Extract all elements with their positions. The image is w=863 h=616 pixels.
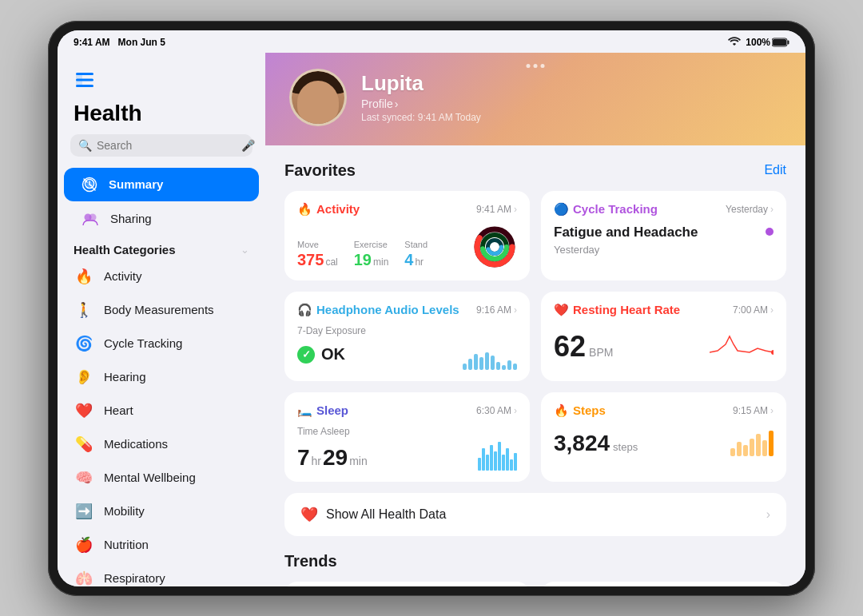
respiratory-label: Respiratory xyxy=(104,571,165,585)
stand-value: 4 xyxy=(404,251,413,269)
mic-icon[interactable]: 🎤 xyxy=(241,139,255,152)
ipad-screen: 9:41 AM Mon Jun 5 100% xyxy=(58,30,805,586)
activity-ring xyxy=(472,225,517,269)
steps-bar-1 xyxy=(730,448,735,456)
cycle-chevron: › xyxy=(770,204,774,215)
battery-percent: 100% xyxy=(746,37,770,48)
sidebar-item-activity[interactable]: 🔥 Activity xyxy=(58,260,265,293)
heart-rate-icon: ❤️ xyxy=(554,303,569,317)
cycle-tracking-card[interactable]: 🔵 Cycle Tracking Yesterday › xyxy=(541,191,786,280)
sidebar-item-medications[interactable]: 💊 Medications xyxy=(58,427,265,461)
cycle-symptom: Fatigue and Headache xyxy=(554,225,698,240)
sidebar-item-respiratory[interactable]: 🫁 Respiratory xyxy=(58,562,265,586)
steps-bar-4 xyxy=(750,439,754,456)
exercise-minutes-trend[interactable]: 🔥 Exercise Minutes › xyxy=(284,582,530,586)
sidebar-item-summary[interactable]: Summary xyxy=(64,168,259,201)
steps-card[interactable]: 🔥 Steps 9:15 AM › 3,824 xyxy=(541,392,786,482)
stand-unit: hr xyxy=(415,256,424,268)
stand-label: Stand xyxy=(404,240,428,249)
walking-heart-rate-trend[interactable]: ❤️ Walking Heart Rate Average › xyxy=(541,582,786,586)
sleep-bar-2 xyxy=(482,448,485,471)
categories-header: Health Categories ⌄ xyxy=(58,236,265,260)
search-input[interactable] xyxy=(97,139,237,152)
sidebar-item-mental-wellbeing[interactable]: 🧠 Mental Wellbeing xyxy=(58,461,265,495)
trends-title: Trends xyxy=(284,552,337,570)
sharing-label: Sharing xyxy=(110,212,152,225)
sleep-card-header: 🛏️ Sleep 6:30 AM › xyxy=(297,403,517,418)
resting-heart-rate-card[interactable]: ❤️ Resting Heart Rate 7:00 AM › xyxy=(541,292,786,381)
activity-card-icon: 🔥 xyxy=(297,202,312,217)
audio-bar-6 xyxy=(491,356,495,370)
activity-card-time: 9:41 AM › xyxy=(476,204,517,215)
main-content: Lupita Profile › Last synced: 9:41 AM To… xyxy=(265,53,805,586)
audio-bar-8 xyxy=(502,365,506,370)
respiratory-icon: 🫁 xyxy=(74,568,94,586)
exercise-label: Exercise xyxy=(354,240,389,249)
mobility-icon: ➡️ xyxy=(74,501,94,522)
bpm-display: 62 BPM xyxy=(554,330,613,364)
activity-card-header: 🔥 Activity 9:41 AM › xyxy=(297,202,517,217)
sidebar-item-sharing[interactable]: Sharing xyxy=(64,201,259,236)
sidebar-item-hearing[interactable]: 👂 Hearing xyxy=(58,360,265,394)
activity-stats: Move 375 cal Exercise xyxy=(297,225,517,269)
sidebar-item-mobility[interactable]: ➡️ Mobility xyxy=(58,495,265,528)
cycle-tracking-icon: 🌀 xyxy=(74,333,94,354)
heart-rate-card-title: ❤️ Resting Heart Rate xyxy=(554,303,680,317)
sidebar-item-heart[interactable]: ❤️ Heart xyxy=(58,394,265,427)
sleep-card-time: 6:30 AM › xyxy=(476,405,517,416)
audio-bars xyxy=(463,341,517,370)
show-all-button[interactable]: ❤️ Show All Health Data › xyxy=(284,493,786,536)
audio-card-header: 🎧 Headphone Audio Levels 9:16 AM › xyxy=(297,303,517,317)
edit-button[interactable]: Edit xyxy=(764,163,786,177)
sleep-bar-3 xyxy=(486,455,489,471)
sleep-bars xyxy=(478,442,517,471)
sidebar-item-cycle-tracking[interactable]: 🌀 Cycle Tracking xyxy=(58,327,265,360)
stat-group: Move 375 cal Exercise xyxy=(297,240,428,269)
sleep-label-text: Time Asleep xyxy=(297,426,517,437)
profile-sync: Last synced: 9:41 AM Today xyxy=(361,112,781,123)
bpm-value: 62 xyxy=(554,330,586,364)
steps-bar-2 xyxy=(737,442,742,456)
heart-label: Heart xyxy=(104,403,133,417)
steps-bar-6 xyxy=(762,440,767,456)
activity-card[interactable]: 🔥 Activity 9:41 AM › xyxy=(284,191,530,280)
summary-label: Summary xyxy=(109,177,163,191)
sleep-bar-6 xyxy=(498,442,501,471)
ok-text: OK xyxy=(321,345,345,364)
headphone-audio-card[interactable]: 🎧 Headphone Audio Levels 9:16 AM › 7-Day… xyxy=(284,292,530,381)
steps-bar-7 xyxy=(769,431,774,456)
show-all-heart-icon: ❤️ xyxy=(300,506,318,523)
steps-bars xyxy=(730,431,774,456)
sharing-icon xyxy=(80,209,101,229)
body-measurements-icon: 🚶 xyxy=(74,300,94,320)
search-icon: 🔍 xyxy=(78,139,92,152)
sleep-hr-unit: hr xyxy=(312,455,321,467)
audio-status: ✓ OK xyxy=(297,345,345,364)
svg-rect-1 xyxy=(773,39,786,46)
sleep-chevron: › xyxy=(514,405,517,416)
header-dots xyxy=(527,64,545,68)
audio-bar-5 xyxy=(485,352,489,370)
categories-chevron[interactable]: ⌄ xyxy=(241,244,249,256)
sidebar-toggle-icon[interactable] xyxy=(74,69,96,91)
exercise-stat: Exercise 19 min xyxy=(354,240,389,269)
search-bar[interactable]: 🔍 🎤 xyxy=(70,134,253,157)
avatar-face-inner xyxy=(297,81,339,124)
exercise-value: 19 xyxy=(354,251,372,269)
sleep-bar-9 xyxy=(510,459,513,471)
heart-rate-card-header: ❤️ Resting Heart Rate 7:00 AM › xyxy=(554,303,774,317)
audio-bar-10 xyxy=(513,364,517,370)
sidebar-item-body-measurements[interactable]: 🚶 Body Measurements xyxy=(58,293,265,327)
sidebar-item-nutrition[interactable]: 🍎 Nutrition xyxy=(58,528,265,562)
sleep-card[interactable]: 🛏️ Sleep 6:30 AM › Time Asleep xyxy=(284,392,530,482)
profile-link[interactable]: Profile › xyxy=(361,97,781,110)
audio-bar-4 xyxy=(479,357,483,370)
show-all-chevron: › xyxy=(766,507,770,522)
trends-grid: 🔥 Exercise Minutes › ❤ xyxy=(284,582,786,586)
wifi-icon xyxy=(728,36,741,48)
audio-bar-1 xyxy=(463,364,467,370)
dot-3 xyxy=(541,64,545,68)
activity-icon: 🔥 xyxy=(74,266,94,287)
heart-rate-chevron: › xyxy=(770,304,774,316)
sleep-hours: 7 xyxy=(297,445,310,471)
